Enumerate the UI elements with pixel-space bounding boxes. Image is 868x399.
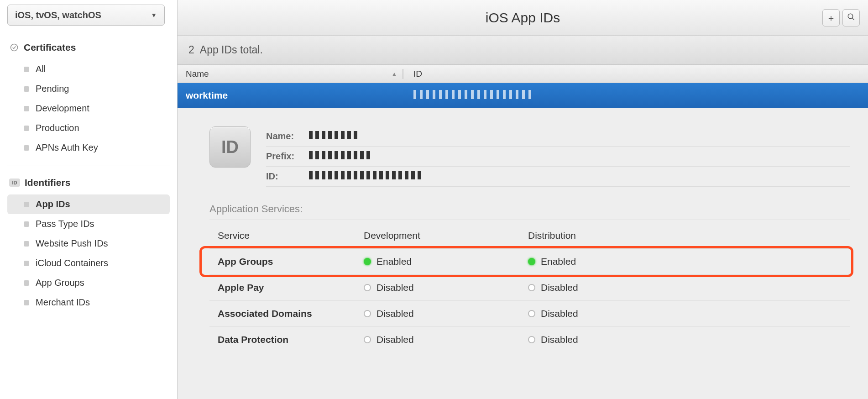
service-dist-status: Enabled: [528, 256, 692, 267]
status-text: Disabled: [541, 334, 578, 345]
sidebar-item-label: All: [36, 64, 46, 74]
detail-panel: ID Name: Prefix: ID: Application Service…: [178, 108, 868, 399]
services-header: Service Development Distribution: [209, 223, 850, 249]
svg-point-1: [848, 14, 853, 19]
cell-id: [403, 90, 532, 101]
sidebar-item-pass-type-ids[interactable]: Pass Type IDs: [7, 214, 170, 234]
page-title: iOS App IDs: [486, 10, 560, 26]
status-text: Disabled: [376, 282, 414, 293]
bullet-icon: [24, 280, 29, 286]
chevron-down-icon: ▼: [151, 11, 157, 19]
count-text: App IDs total.: [200, 44, 263, 56]
sidebar-item-label: Pending: [36, 84, 69, 94]
services-table: Service Development Distribution App Gro…: [209, 223, 850, 352]
status-text: Enabled: [541, 256, 576, 267]
plus-icon: ＋: [826, 12, 836, 24]
service-name: Associated Domains: [218, 308, 364, 319]
service-dist-status: Disabled: [528, 308, 692, 319]
sidebar-item-label: App IDs: [36, 199, 70, 210]
sidebar-item-merchant-ids[interactable]: Merchant IDs: [7, 293, 170, 312]
sidebar-item-app-ids[interactable]: App IDs: [7, 194, 170, 214]
sidebar-item-label: APNs Auth Key: [36, 142, 98, 153]
cell-name: worktime: [178, 90, 403, 101]
sidebar-item-production[interactable]: Production: [7, 118, 170, 138]
meta-value-redacted: [309, 151, 373, 162]
service-dev-status: Disabled: [364, 308, 528, 319]
sidebar-item-website-push-ids[interactable]: Website Push IDs: [7, 234, 170, 253]
service-row-data-protection: Data Protection Disabled Disabled: [209, 327, 850, 352]
status-dot-disabled-icon: [364, 310, 371, 317]
sidebar-item-label: Merchant IDs: [36, 297, 90, 308]
column-header-name[interactable]: Name ▲: [178, 69, 403, 79]
status-dot-enabled-icon: [364, 258, 371, 265]
sidebar-heading-label: Certificates: [24, 42, 76, 53]
status-text: Disabled: [376, 334, 414, 345]
service-name: App Groups: [218, 256, 364, 267]
meta-label: Name:: [266, 131, 303, 142]
service-dev-status: Disabled: [364, 282, 528, 293]
services-col-distribution: Distribution: [528, 230, 692, 241]
column-header-id[interactable]: ID: [403, 69, 422, 79]
column-header-label: ID: [413, 69, 422, 79]
svg-line-2: [852, 18, 854, 20]
sidebar-heading-identifiers[interactable]: ID Identifiers: [7, 174, 170, 191]
svg-point-0: [11, 44, 18, 51]
bullet-icon: [24, 106, 29, 111]
application-services-title: Application Services:: [209, 203, 850, 220]
status-text: Disabled: [541, 308, 578, 319]
count-number: 2: [188, 44, 194, 56]
sidebar-section-certificates: Certificates All Pending Development Pro…: [7, 39, 170, 158]
sort-asc-icon: ▲: [392, 71, 397, 77]
sidebar-item-apns-auth-key[interactable]: APNs Auth Key: [7, 138, 170, 158]
sidebar-section-identifiers: ID Identifiers App IDs Pass Type IDs Web…: [7, 174, 170, 312]
status-text: Disabled: [376, 308, 414, 319]
platform-selector[interactable]: iOS, tvOS, watchOS ▼: [7, 5, 165, 26]
bullet-icon: [24, 67, 29, 72]
table-row-selected[interactable]: worktime: [178, 83, 868, 108]
status-text: Disabled: [541, 282, 578, 293]
sidebar-item-development[interactable]: Development: [7, 99, 170, 118]
services-col-service: Service: [218, 230, 364, 241]
status-dot-disabled-icon: [528, 284, 535, 291]
main-header: iOS App IDs ＋: [178, 0, 868, 36]
sidebar-item-all[interactable]: All: [7, 59, 170, 79]
meta-value-redacted: [309, 131, 359, 142]
redacted-text: [413, 90, 532, 99]
redacted-text: [309, 131, 359, 139]
sidebar-item-icloud-containers[interactable]: iCloud Containers: [7, 253, 170, 273]
sidebar-item-label: App Groups: [36, 278, 84, 288]
sidebar-heading-certificates[interactable]: Certificates: [7, 39, 170, 56]
service-name: Data Protection: [218, 334, 364, 345]
service-row-apple-pay: Apple Pay Disabled Disabled: [209, 275, 850, 301]
add-button[interactable]: ＋: [822, 9, 840, 26]
service-row-app-groups: App Groups Enabled Enabled: [209, 249, 850, 275]
services-col-development: Development: [364, 230, 528, 241]
sidebar: iOS, tvOS, watchOS ▼ Certificates All Pe…: [0, 0, 177, 399]
meta-label: Prefix:: [266, 151, 303, 162]
search-icon: [847, 13, 855, 23]
bullet-icon: [24, 221, 29, 227]
sidebar-item-app-groups[interactable]: App Groups: [7, 273, 170, 293]
checkmark-seal-icon: [9, 42, 19, 52]
redacted-text: [309, 171, 423, 179]
service-name: Apple Pay: [218, 282, 364, 293]
meta-line-prefix: Prefix:: [266, 147, 850, 167]
meta-value-redacted: [309, 171, 423, 182]
search-button[interactable]: [842, 9, 860, 26]
sidebar-item-label: iCloud Containers: [36, 258, 108, 268]
status-dot-disabled-icon: [528, 336, 535, 343]
bullet-icon: [24, 145, 29, 151]
status-text: Enabled: [376, 256, 412, 267]
meta-label: ID:: [266, 171, 303, 182]
service-dist-status: Disabled: [528, 282, 692, 293]
status-dot-enabled-icon: [528, 258, 535, 265]
bullet-icon: [24, 202, 29, 207]
bullet-icon: [24, 261, 29, 266]
sidebar-item-label: Pass Type IDs: [36, 219, 94, 229]
sidebar-item-pending[interactable]: Pending: [7, 79, 170, 99]
bullet-icon: [24, 241, 29, 247]
sidebar-heading-label: Identifiers: [25, 177, 70, 188]
id-badge-icon: ID: [9, 178, 20, 187]
status-dot-disabled-icon: [364, 284, 371, 291]
bullet-icon: [24, 126, 29, 131]
